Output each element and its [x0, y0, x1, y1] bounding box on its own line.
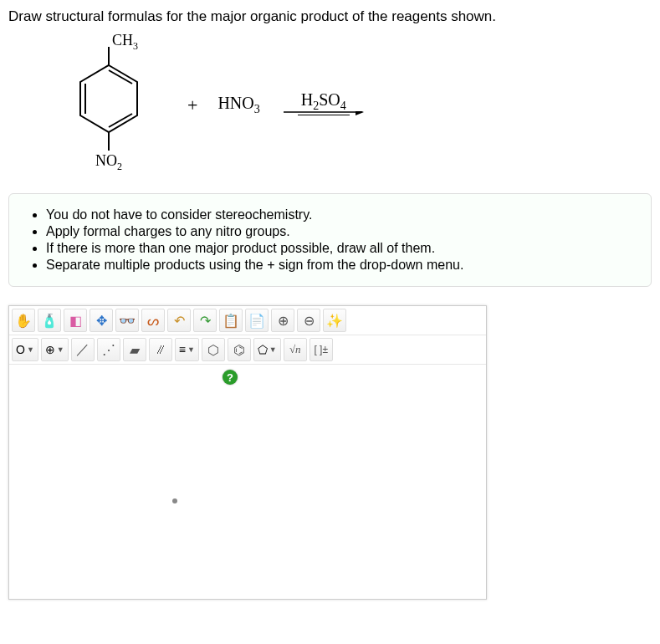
clean-icon[interactable]: ✨	[323, 309, 346, 332]
view-tool-icon[interactable]: 👓	[115, 309, 139, 332]
svg-marker-0	[80, 65, 137, 132]
spray-tool-icon[interactable]: 🧴	[38, 309, 61, 332]
reactant-bottom-label: NO2	[95, 152, 122, 172]
atom-picker[interactable]: O▼	[12, 338, 38, 361]
hint-box: You do not have to consider stereochemis…	[8, 193, 652, 287]
toolbar-top: ✋ 🧴 ◧ ✥ 👓 ᔕ ↶ ↷ 📋 📄 ⊕ ⊖ ✨	[9, 306, 486, 335]
drawing-canvas[interactable]: ?	[9, 365, 486, 599]
dotted-bond-icon[interactable]: ⋰	[97, 338, 120, 361]
reaction-scheme: CH3 NO2 + HNO3 H2SO4	[50, 32, 652, 178]
reactant-structure: CH3 NO2	[50, 32, 167, 178]
copy-icon[interactable]: 📄	[245, 309, 269, 332]
svg-marker-7	[356, 111, 364, 115]
hash-bond-icon[interactable]: ⫽	[149, 338, 172, 361]
lasso-tool-icon[interactable]: ᔕ	[141, 309, 165, 332]
reagent-hno3: HNO3	[217, 94, 259, 116]
canvas-center-dot	[172, 498, 177, 503]
ring-picker[interactable]: ⬠▼	[253, 338, 281, 361]
eraser-tool-icon[interactable]: ◧	[64, 309, 87, 332]
hint-item: If there is more than one major product …	[46, 241, 632, 256]
wedge-bond-icon[interactable]: ▰	[123, 338, 146, 361]
undo-icon[interactable]: ↶	[167, 309, 191, 332]
hand-tool-icon[interactable]: ✋	[12, 309, 35, 332]
multi-bond-picker[interactable]: ≡▼	[175, 338, 199, 361]
move-tool-icon[interactable]: ✥	[90, 309, 113, 332]
bracket-tool-icon[interactable]: [ ]±	[310, 338, 333, 361]
hint-item: Separate multiple products using the + s…	[46, 258, 632, 273]
structure-editor: ✋ 🧴 ◧ ✥ 👓 ᔕ ↶ ↷ 📋 📄 ⊕ ⊖ ✨ O▼ ⊕▼ ／ ⋰ ▰ ⫽ …	[8, 305, 487, 600]
single-bond-icon[interactable]: ／	[71, 338, 95, 361]
zoom-out-icon[interactable]: ⊖	[297, 309, 320, 332]
hint-item: You do not have to consider stereochemis…	[46, 207, 632, 222]
sn-tool-icon[interactable]: √n	[284, 338, 307, 361]
toolbar-bottom: O▼ ⊕▼ ／ ⋰ ▰ ⫽ ≡▼ ⬡ ⌬ ⬠▼ √n [ ]±	[9, 335, 486, 365]
question-text: Draw structural formulas for the major o…	[8, 8, 652, 25]
zoom-in-icon[interactable]: ⊕	[271, 309, 294, 332]
hint-item: Apply formal charges to any nitro groups…	[46, 224, 632, 239]
reaction-arrow: H2SO4	[284, 90, 364, 120]
cyclohexane-icon[interactable]: ⬡	[202, 338, 225, 361]
reaction-plus: +	[187, 95, 197, 116]
benzene-icon[interactable]: ⌬	[228, 338, 251, 361]
reactant-top-label: CH3	[112, 32, 138, 52]
help-icon[interactable]: ?	[223, 370, 238, 385]
charge-picker[interactable]: ⊕▼	[41, 338, 69, 361]
redo-icon[interactable]: ↷	[193, 309, 217, 332]
paste-icon[interactable]: 📋	[219, 309, 243, 332]
